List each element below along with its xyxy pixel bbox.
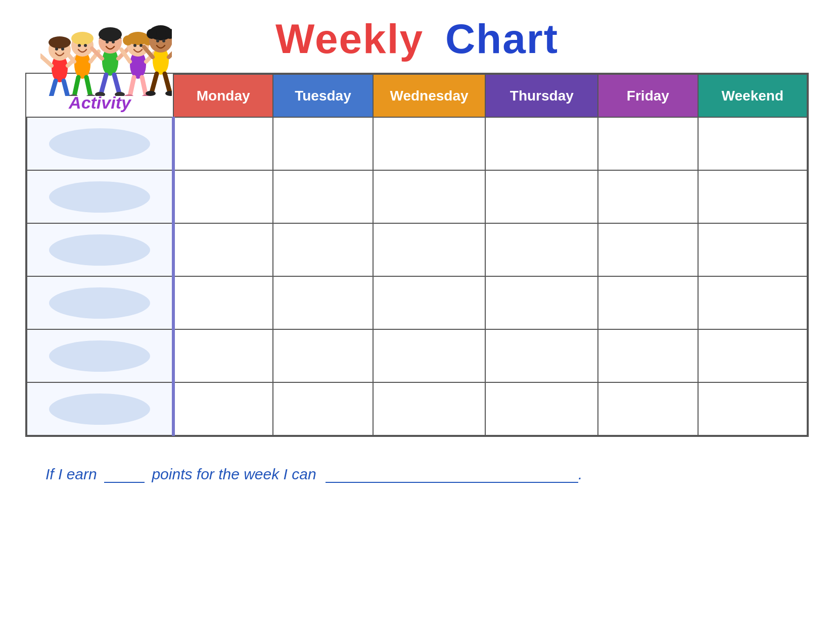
activity-cell-2: [27, 170, 173, 223]
header-row: Activity Monday Tuesday Wednesday Thursd…: [27, 74, 807, 117]
activity-oval-1: [49, 128, 150, 160]
svg-point-49: [147, 29, 157, 39]
monday-header: Monday: [173, 74, 273, 117]
footer-points-label: points for the week I can: [152, 466, 316, 482]
data-cell-fri-2[interactable]: [598, 170, 698, 223]
footer-if-i-earn: If I earn: [45, 466, 97, 482]
activity-oval-5: [49, 340, 150, 372]
activity-cell-1: [27, 117, 173, 170]
data-cell-mon-5[interactable]: [173, 329, 273, 382]
footer-reward-blank[interactable]: [326, 465, 578, 483]
activity-cell-6: [27, 382, 173, 435]
data-cell-wkd-6[interactable]: [698, 382, 807, 435]
data-cell-mon-2[interactable]: [173, 170, 273, 223]
svg-point-45: [140, 44, 143, 47]
data-cell-wed-1[interactable]: [373, 117, 486, 170]
data-cell-tue-4[interactable]: [273, 276, 373, 329]
svg-point-44: [133, 44, 136, 47]
data-cell-tue-6[interactable]: [273, 382, 373, 435]
data-cell-mon-1[interactable]: [173, 117, 273, 170]
svg-point-13: [71, 32, 94, 45]
footer: If I earn points for the week I can .: [25, 465, 809, 483]
activity-oval-6: [49, 393, 150, 425]
data-cell-thu-6[interactable]: [485, 382, 598, 435]
weekend-header: Weekend: [698, 74, 807, 117]
data-cell-tue-3[interactable]: [273, 223, 373, 276]
svg-point-32: [112, 40, 115, 43]
table-row: [27, 170, 807, 223]
data-cell-wkd-2[interactable]: [698, 170, 807, 223]
table-row: [27, 223, 807, 276]
svg-point-57: [156, 39, 159, 42]
chart-table: Activity Monday Tuesday Wednesday Thursd…: [26, 74, 808, 436]
page-container: Weekly Chart Activity Monday Tuesday Wed…: [0, 0, 834, 644]
data-cell-fri-4[interactable]: [598, 276, 698, 329]
activity-header-cell: Activity: [27, 74, 173, 117]
data-cell-wed-2[interactable]: [373, 170, 486, 223]
activity-oval-2: [49, 181, 150, 213]
svg-point-9: [55, 47, 58, 51]
footer-points-blank[interactable]: [104, 465, 145, 483]
data-cell-wed-4[interactable]: [373, 276, 486, 329]
title-weekly: Weekly: [275, 16, 424, 62]
svg-point-58: [162, 39, 165, 42]
data-cell-wed-6[interactable]: [373, 382, 486, 435]
data-cell-thu-3[interactable]: [485, 223, 598, 276]
data-cell-fri-5[interactable]: [598, 329, 698, 382]
activity-oval-3: [49, 234, 150, 266]
footer-text: If I earn points for the week I can .: [45, 466, 582, 482]
svg-point-10: [61, 47, 64, 51]
data-cell-thu-4[interactable]: [485, 276, 598, 329]
data-cell-thu-2[interactable]: [485, 170, 598, 223]
data-cell-wed-3[interactable]: [373, 223, 486, 276]
svg-point-2: [49, 36, 71, 48]
data-cell-fri-6[interactable]: [598, 382, 698, 435]
svg-point-37: [127, 32, 149, 45]
data-cell-wkd-5[interactable]: [698, 329, 807, 382]
tuesday-header: Tuesday: [273, 74, 373, 117]
data-cell-mon-6[interactable]: [173, 382, 273, 435]
data-cell-tue-1[interactable]: [273, 117, 373, 170]
header: Weekly Chart: [25, 15, 809, 63]
svg-point-20: [78, 44, 81, 47]
activity-cell-4: [27, 276, 173, 329]
activity-cell-3: [27, 223, 173, 276]
svg-point-21: [84, 44, 87, 47]
activity-oval-4: [49, 287, 150, 319]
title-chart: Chart: [445, 16, 559, 62]
svg-point-31: [106, 40, 109, 43]
wednesday-header: Wednesday: [373, 74, 486, 117]
footer-period: .: [578, 466, 582, 482]
data-cell-wkd-3[interactable]: [698, 223, 807, 276]
table-row: [27, 329, 807, 382]
data-cell-mon-4[interactable]: [173, 276, 273, 329]
data-cell-tue-5[interactable]: [273, 329, 373, 382]
data-cell-wkd-1[interactable]: [698, 117, 807, 170]
page-title: Weekly Chart: [275, 15, 559, 63]
table-row: [27, 276, 807, 329]
data-cell-tue-2[interactable]: [273, 170, 373, 223]
data-cell-wed-5[interactable]: [373, 329, 486, 382]
data-cell-wkd-4[interactable]: [698, 276, 807, 329]
table-row: [27, 117, 807, 170]
weekly-chart: Activity Monday Tuesday Wednesday Thursd…: [25, 73, 809, 437]
thursday-header: Thursday: [485, 74, 598, 117]
svg-line-3: [40, 56, 52, 66]
svg-line-52: [169, 49, 172, 57]
data-cell-thu-1[interactable]: [485, 117, 598, 170]
activity-cell-5: [27, 329, 173, 382]
data-cell-fri-3[interactable]: [598, 223, 698, 276]
data-cell-mon-3[interactable]: [173, 223, 273, 276]
data-cell-fri-1[interactable]: [598, 117, 698, 170]
activity-label: Activity: [69, 93, 131, 113]
friday-header: Friday: [598, 74, 698, 117]
data-cell-thu-5[interactable]: [485, 329, 598, 382]
table-row: [27, 382, 807, 435]
